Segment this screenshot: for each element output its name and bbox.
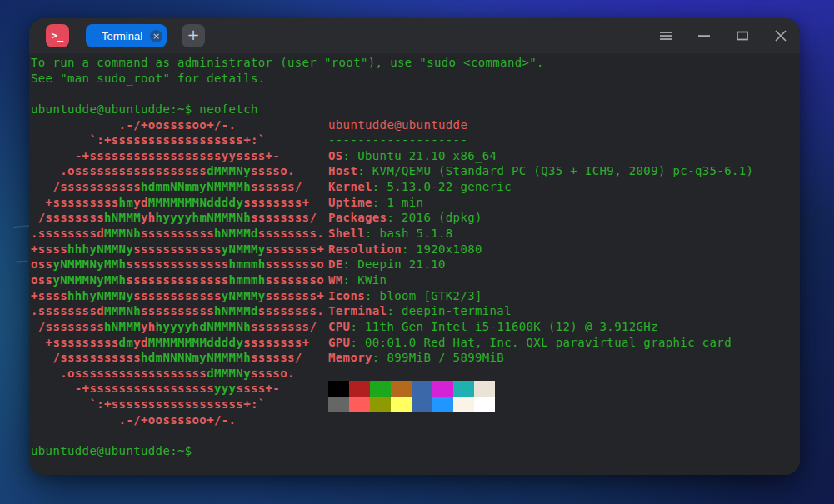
info-entry: Packages: 2016 (dpkg) [328, 210, 799, 226]
info-entry: Resolution: 1920x1080 [328, 242, 799, 257]
command-line: ubuntudde@ubuntudde:~$ neofetch [31, 102, 800, 117]
maximize-button[interactable] [723, 18, 762, 53]
palette-swatch [328, 381, 349, 397]
info-entry: GPU: 00:01.0 Red Hat, Inc. QXL paravirtu… [328, 335, 799, 351]
intro-lines: To run a command as administrator (user … [31, 55, 800, 86]
palette-swatch [370, 381, 391, 397]
info-entry: Icons: bloom [GTK2/3] [328, 288, 799, 304]
palette-row-1 [328, 381, 799, 397]
palette-swatch [432, 397, 453, 412]
info-entry: Shell: bash 5.1.8 [328, 226, 799, 242]
blank-line [31, 428, 800, 444]
intro-line: See "man sudo_root" for details. [31, 71, 800, 87]
tab-label: Terminal [102, 30, 151, 42]
ascii-art-line: .-/+oossssoo+/-. [31, 412, 800, 428]
palette-swatch [474, 397, 495, 412]
info-entry: CPU: 11th Gen Intel i5-11600K (12) @ 3.9… [328, 319, 799, 335]
close-icon [774, 29, 787, 42]
info-entry: DE: Deepin 21.10 [328, 257, 799, 272]
palette-swatch [391, 381, 412, 397]
palette-swatch [453, 397, 474, 412]
neofetch-info-entries: OS: Ubuntu 21.10 x86_64Host: KVM/QEMU (S… [328, 148, 799, 366]
prompt-line: ubuntudde@ubuntudde:~$ [31, 443, 800, 459]
neofetch-output: .-/+oossssoo+/-. `:+ssssssssssssssssss+:… [31, 117, 800, 428]
desktop: >_ Terminal × + [0, 0, 834, 504]
terminal-window: >_ Terminal × + [29, 18, 800, 475]
palette-swatch [349, 397, 370, 412]
palette-swatch [370, 397, 391, 412]
close-button[interactable] [762, 18, 800, 53]
neofetch-separator: ------------------- [328, 132, 799, 148]
palette-swatch [391, 397, 412, 412]
neofetch-info: ubuntudde@ubuntudde ------------------- … [328, 117, 799, 412]
palette-swatch [474, 381, 495, 397]
blank-line [328, 366, 799, 382]
minimize-button[interactable] [685, 18, 723, 53]
palette-swatch [349, 381, 370, 397]
wallpaper-streak [17, 261, 28, 263]
blank-line [31, 86, 800, 102]
menu-icon [659, 29, 672, 42]
tab-terminal[interactable]: Terminal × [86, 24, 167, 47]
info-entry: OS: Ubuntu 21.10 x86_64 [328, 148, 799, 164]
info-entry: Terminal: deepin-terminal [328, 303, 799, 319]
menu-button[interactable] [647, 18, 685, 53]
neofetch-header: ubuntudde@ubuntudde [328, 117, 799, 133]
info-entry: Kernel: 5.13.0-22-generic [328, 179, 799, 195]
palette-swatch [432, 381, 453, 397]
info-entry: WM: KWin [328, 272, 799, 288]
maximize-icon [736, 29, 749, 42]
intro-line: To run a command as administrator (user … [31, 55, 800, 71]
palette-row-2 [328, 397, 799, 412]
info-entry: Memory: 899MiB / 5899MiB [328, 350, 799, 366]
palette-swatch [453, 381, 474, 397]
titlebar[interactable]: >_ Terminal × + [29, 18, 800, 53]
palette-swatch [412, 397, 432, 412]
info-entry: Host: KVM/QEMU (Standard PC (Q35 + ICH9,… [328, 163, 799, 179]
info-entry: Uptime: 1 min [328, 195, 799, 211]
tab-close-icon[interactable]: × [150, 30, 162, 42]
terminal-screen[interactable]: To run a command as administrator (user … [29, 53, 800, 475]
minimize-icon [697, 29, 711, 42]
palette-swatch [328, 397, 349, 412]
wallpaper-streak [13, 225, 31, 228]
new-tab-button[interactable]: + [182, 24, 205, 47]
terminal-app-icon: >_ [46, 24, 69, 47]
palette-swatch [412, 381, 432, 397]
